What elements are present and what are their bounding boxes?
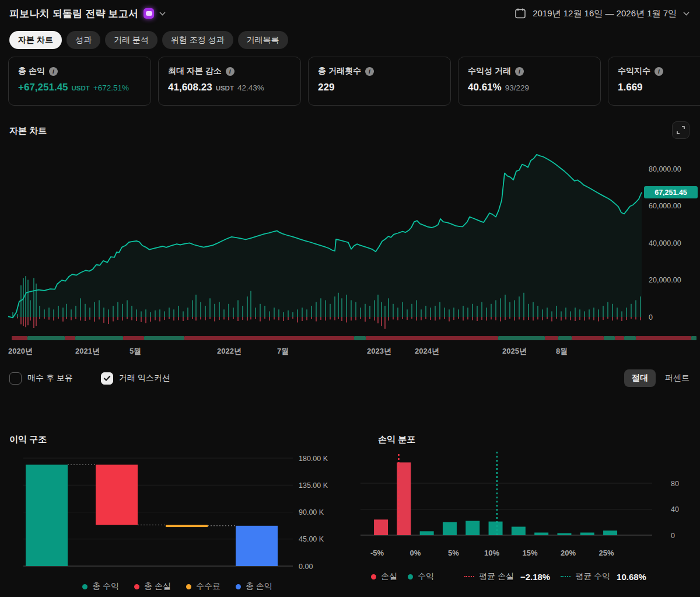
svg-text:0: 0 bbox=[649, 313, 653, 322]
legend-item: 평균 수익10.68% bbox=[561, 571, 646, 582]
card-extra: +672.51% bbox=[93, 83, 129, 92]
trade-direction-strip bbox=[12, 336, 696, 340]
stat-cards: 총 손익i +67,251.45 USDT +672.51% 최대 자본 감소i… bbox=[8, 57, 700, 106]
strategy-report-page: { "header": { "title": "피보나치 되돌림 전략 보고서"… bbox=[0, 0, 700, 597]
title-chevron-down-icon[interactable] bbox=[159, 12, 166, 16]
tab-trade-list[interactable]: 거래목록 bbox=[238, 31, 288, 49]
dotted-line-swatch bbox=[464, 576, 474, 577]
dot-swatch bbox=[134, 584, 139, 589]
card-label: 수익지수 bbox=[618, 66, 650, 76]
svg-text:10%: 10% bbox=[484, 549, 499, 557]
waterfall-bars bbox=[26, 465, 278, 566]
dot-swatch bbox=[371, 574, 376, 579]
date-range-text: 2019년 12월 16일 — 2026년 1월 7일 bbox=[533, 8, 677, 19]
legend-label: 수수료 bbox=[196, 581, 220, 592]
tab-risk-adjusted[interactable]: 위험 조정 성과 bbox=[162, 31, 233, 49]
svg-text:180.00 K: 180.00 K bbox=[299, 455, 328, 463]
tab-performance[interactable]: 성과 bbox=[66, 31, 100, 49]
svg-text:40,000.00: 40,000.00 bbox=[649, 239, 681, 247]
svg-text:60,000.00: 60,000.00 bbox=[649, 202, 681, 210]
pnl-distribution-chart-svg[interactable]: 80400-5%0%5%10%15%20%25% bbox=[356, 449, 700, 566]
card-label: 수익성 거래 bbox=[468, 66, 511, 76]
svg-text:8월: 8월 bbox=[556, 347, 568, 355]
profit-structure-legend: 총 수익총 손실수수료총 손익 bbox=[8, 581, 346, 592]
svg-text:25%: 25% bbox=[598, 549, 614, 557]
card-extra: 42.43% bbox=[237, 83, 264, 92]
legend-label: 총 수익 bbox=[92, 581, 119, 592]
tab-trade-analysis[interactable]: 거래 분석 bbox=[105, 31, 158, 49]
card-label: 총 거래횟수 bbox=[318, 66, 361, 76]
legend-item: 총 수익 bbox=[82, 581, 119, 592]
svg-text:2024년: 2024년 bbox=[415, 347, 439, 355]
equity-controls: 매수 후 보유 거래 익스커션 절대 퍼센트 bbox=[9, 369, 690, 387]
absolute-mode-button[interactable]: 절대 bbox=[624, 369, 656, 387]
svg-text:45.00 K: 45.00 K bbox=[299, 535, 324, 543]
expand-chart-button[interactable] bbox=[672, 121, 690, 139]
card-net-profit: 총 손익i +67,251.45 USDT +672.51% bbox=[8, 57, 151, 106]
svg-text:7월: 7월 bbox=[277, 347, 289, 355]
dot-swatch bbox=[408, 574, 413, 579]
pnl-distribution-legend: 손실수익평균 손실−2.18%평균 수익10.68% bbox=[371, 571, 646, 582]
strategy-bot-icon bbox=[144, 8, 154, 19]
info-icon[interactable]: i bbox=[365, 67, 374, 76]
svg-text:2021년: 2021년 bbox=[75, 347, 100, 355]
expand-icon bbox=[676, 125, 685, 135]
dotted-line-swatch bbox=[561, 576, 570, 577]
info-icon[interactable]: i bbox=[49, 67, 58, 76]
equity-chart-svg[interactable]: 80,000.0060,000.0040,000.0020,000.00067,… bbox=[0, 145, 700, 359]
profit-structure-title: 이익 구조 bbox=[9, 434, 47, 445]
svg-text:15%: 15% bbox=[522, 549, 537, 557]
svg-text:67,251.45: 67,251.45 bbox=[654, 188, 687, 197]
card-value: 40.61% bbox=[468, 82, 502, 93]
card-value: 229 bbox=[318, 82, 334, 93]
svg-text:20,000.00: 20,000.00 bbox=[649, 276, 681, 284]
equity-section-title: 자본 차트 bbox=[9, 125, 47, 137]
pnl-distribution-title: 손익 분포 bbox=[378, 434, 415, 445]
histogram-x-axis: -5%0%5%10%15%20%25% bbox=[370, 549, 614, 557]
header: 피보나치 되돌림 전략 보고서 2019년 12월 16일 — 2026년 1월… bbox=[0, 0, 700, 27]
legend-label: 손실 bbox=[381, 571, 397, 582]
card-label: 최대 자본 감소 bbox=[168, 66, 222, 76]
card-label: 총 손익 bbox=[18, 66, 45, 76]
legend-label: 평균 수익 bbox=[575, 571, 610, 582]
svg-text:40: 40 bbox=[671, 505, 679, 514]
card-value: 1.669 bbox=[618, 82, 643, 93]
card-extra: 93/229 bbox=[505, 83, 529, 92]
date-range-picker[interactable]: 2019년 12월 16일 — 2026년 1월 7일 bbox=[514, 8, 690, 19]
page-title: 피보나치 되돌림 전략 보고서 bbox=[9, 7, 138, 20]
legend-item: 손실 bbox=[371, 571, 397, 582]
svg-text:80,000.00: 80,000.00 bbox=[649, 165, 681, 173]
waterfall-connectors bbox=[68, 465, 236, 526]
card-unit: USDT bbox=[72, 85, 90, 92]
info-icon[interactable]: i bbox=[654, 67, 663, 76]
checkbox-checked-icon bbox=[101, 372, 113, 385]
info-icon[interactable]: i bbox=[226, 67, 235, 76]
equity-area bbox=[8, 155, 642, 317]
trade-excursion-checkbox[interactable]: 거래 익스커션 bbox=[101, 372, 170, 385]
svg-text:80: 80 bbox=[671, 480, 679, 488]
percent-mode-button[interactable]: 퍼센트 bbox=[665, 373, 690, 383]
tab-equity-chart[interactable]: 자본 차트 bbox=[9, 31, 62, 49]
legend-label: 총 손익 bbox=[246, 581, 272, 592]
equity-x-axis: 2020년2021년5월2022년7월2023년2024년2025년8월 bbox=[8, 347, 568, 355]
card-max-drawdown: 최대 자본 감소i 41,608.23 USDT 42.43% bbox=[158, 57, 301, 106]
legend-item: 평균 손실−2.18% bbox=[464, 571, 550, 582]
legend-label: 총 손실 bbox=[144, 581, 171, 592]
report-title-group[interactable]: 피보나치 되돌림 전략 보고서 bbox=[9, 7, 166, 20]
dot-swatch bbox=[186, 584, 191, 589]
buy-hold-label: 매수 후 보유 bbox=[27, 373, 73, 383]
svg-text:-5%: -5% bbox=[370, 549, 384, 557]
info-icon[interactable]: i bbox=[515, 67, 524, 76]
legend-value: 10.68% bbox=[617, 572, 646, 582]
svg-text:2025년: 2025년 bbox=[502, 347, 527, 355]
dot-swatch bbox=[82, 584, 88, 589]
svg-text:0: 0 bbox=[671, 532, 675, 540]
buy-hold-checkbox[interactable]: 매수 후 보유 bbox=[9, 372, 73, 385]
date-chevron-down-icon bbox=[683, 12, 690, 16]
trade-excursion-label: 거래 익스커션 bbox=[119, 373, 170, 383]
svg-text:20%: 20% bbox=[561, 549, 576, 557]
legend-label: 평균 손실 bbox=[479, 571, 514, 582]
legend-item: 수익 bbox=[408, 571, 434, 582]
legend-label: 수익 bbox=[418, 571, 434, 582]
profit-structure-chart-svg[interactable]: 180.00 K135.00 K90.00 K45.00 K0.00 bbox=[8, 449, 346, 573]
